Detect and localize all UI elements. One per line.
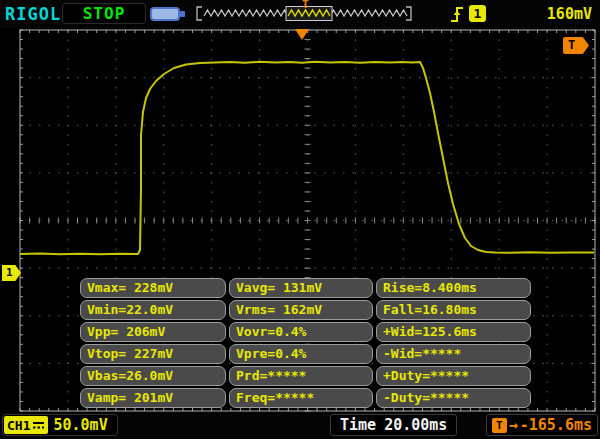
measurement-panel: Vmax= 228mV Vavg= 131mV Rise=8.400ms Vmi… — [80, 278, 531, 408]
measurement-cell-vpp: Vpp= 206mV — [80, 322, 226, 342]
timebase-label: Time — [340, 416, 376, 434]
trigger-source-badge: 1 — [469, 5, 486, 22]
measurement-cell-pduty: +Duty=***** — [376, 366, 531, 386]
measurement-cell-prd: Prd=***** — [229, 366, 373, 386]
measurement-cell-vtop: Vtop= 227mV — [80, 344, 226, 364]
measurement-cell-rise: Rise=8.400ms — [376, 278, 531, 298]
measurement-cell-nwid: -Wid=***** — [376, 344, 531, 364]
trigger-offset-icon: T — [492, 418, 507, 433]
channel1-badge: CH1 — [4, 416, 48, 434]
timebase-value: 20.00ms — [384, 416, 447, 434]
horizontal-offset-status: T → -165.6ms — [486, 414, 598, 436]
measurement-cell-nduty: -Duty=***** — [376, 388, 531, 408]
usb-device-icon — [150, 7, 180, 21]
measurement-cell-freq: Freq=***** — [229, 388, 373, 408]
measurement-cell-vmax: Vmax= 228mV — [80, 278, 226, 298]
waveform-screen: T 1 Vmax= 228mV Vavg= 131mV Rise=8.400ms… — [0, 28, 600, 412]
measurement-cell-vbas: Vbas=26.0mV — [80, 366, 226, 386]
trigger-level-value: 160mV — [547, 5, 592, 23]
measurement-cell-vpre: Vpre=0.4% — [229, 344, 373, 364]
trigger-position-marker-icon — [295, 29, 309, 40]
channel1-label: CH1 — [7, 418, 30, 433]
measurement-cell-fall: Fall=16.80ms — [376, 300, 531, 320]
measurement-cell-pwid: +Wid=125.6ms — [376, 322, 531, 342]
oscilloscope-display: RIGOL STOP T 1 160mV T 1 Vmax= 228mV Vav… — [0, 0, 600, 439]
measurement-cell-vrms: Vrms= 162mV — [229, 300, 373, 320]
measurement-cell-vmin: Vmin=22.0mV — [80, 300, 226, 320]
brand-logo: RIGOL — [5, 4, 61, 24]
bottom-status-bar: CH1 50.0mV Time 20.00ms T → -165.6ms — [0, 412, 600, 439]
rising-edge-trigger-icon — [449, 4, 465, 24]
measurement-cell-vamp: Vamp= 201mV — [80, 388, 226, 408]
vertical-scale-value: 50.0mV — [48, 416, 115, 434]
offset-arrow-icon: → — [509, 416, 518, 434]
offset-value: -165.6ms — [520, 416, 592, 434]
run-state-badge: STOP — [62, 3, 146, 24]
measurement-cell-vavg: Vavg= 131mV — [229, 278, 373, 298]
dc-coupling-icon — [32, 420, 45, 430]
memory-trigger-marker: T — [302, 0, 309, 11]
timebase-status: Time 20.00ms — [330, 414, 457, 436]
top-status-bar: RIGOL STOP T 1 160mV — [0, 0, 600, 28]
measurement-cell-vovr: Vovr=0.4% — [229, 322, 373, 342]
channel1-status: CH1 50.0mV — [2, 414, 118, 436]
